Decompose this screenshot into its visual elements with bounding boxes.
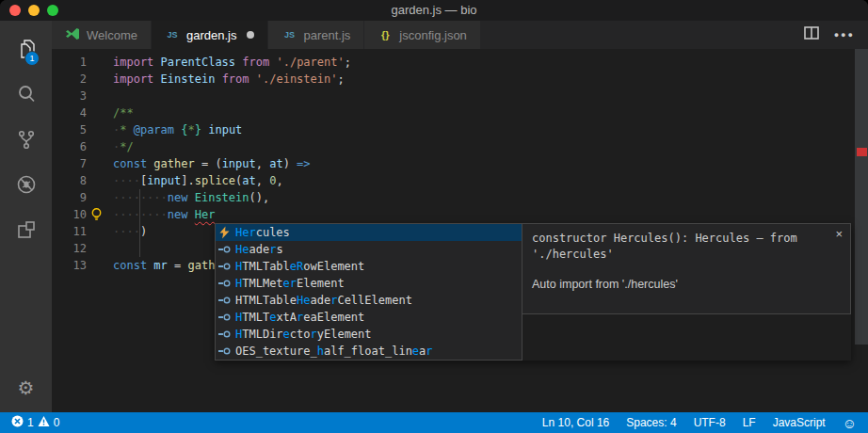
problems-errors[interactable]: 1 (11, 415, 34, 430)
sidebar-item-explorer[interactable]: 1 (0, 28, 52, 73)
json-icon: {} (378, 29, 393, 40)
suggest-item-label: Headers (235, 243, 283, 256)
constant-symbol-icon (217, 294, 232, 307)
code-line-6[interactable]: 6·*/ (52, 138, 868, 155)
sidebar-item-extensions[interactable] (0, 209, 52, 254)
suggest-item-Headers[interactable]: Headers (216, 241, 522, 258)
close-icon[interactable]: × (835, 227, 843, 241)
suggest-item-label: HTMLMeterElement (235, 277, 345, 290)
feedback-smiley-icon[interactable]: ☺ (843, 416, 857, 430)
cursor-position[interactable]: Ln 10, Col 16 (542, 416, 609, 429)
code-line-1[interactable]: 1import ParentClass from './parent'; (52, 54, 868, 71)
suggest-doc-signature: constructor Hercules(): Hercules — from … (532, 231, 828, 263)
encoding[interactable]: UTF-8 (694, 416, 726, 429)
split-editor-icon[interactable] (804, 26, 819, 43)
error-count: 1 (27, 416, 34, 429)
suggest-item-label: HTMLTextAreaElement (235, 311, 364, 324)
overview-ruler-error-mark (857, 148, 867, 156)
line-number: 12 (52, 240, 87, 257)
line-number: 1 (52, 54, 87, 71)
line-number: 7 (52, 155, 87, 172)
suggest-item-HTMLDirectoryElement[interactable]: HTMLDirectoryElement (216, 326, 522, 343)
line-number: 6 (52, 138, 87, 155)
extensions-icon (14, 217, 39, 246)
explorer-badge: 1 (24, 51, 40, 66)
suggest-item-label: HTMLTableRowElement (235, 260, 364, 273)
vscode-logo-icon (65, 26, 80, 43)
error-icon (11, 415, 24, 430)
suggest-item-OES_texture_half_float_linear[interactable]: OES_texture_half_float_linear (216, 343, 522, 360)
code-line-7[interactable]: 7const gather = (input, at) => (52, 155, 868, 172)
settings-gear-button[interactable]: ⚙ (0, 377, 52, 399)
window-title: garden.js — bio (391, 3, 476, 17)
close-window-button[interactable] (9, 5, 21, 16)
suggest-item-label: Hercules (235, 226, 290, 239)
line-number: 10 (52, 206, 87, 223)
warning-count: 0 (54, 416, 60, 429)
problems-warnings[interactable]: 0 (38, 415, 60, 430)
tab-parent-js[interactable]: JSparent.js (268, 21, 364, 49)
tab-jsconfig-json[interactable]: {}jsconfig.json (364, 21, 481, 49)
minimize-window-button[interactable] (28, 5, 40, 16)
suggest-doc-detail: Auto import from './hercules' (532, 278, 828, 291)
warning-icon (38, 415, 50, 430)
editor-scrollbar[interactable] (855, 49, 868, 345)
tab-garden-js[interactable]: JSgarden.js (152, 21, 268, 49)
zoom-window-button[interactable] (47, 5, 58, 16)
tab-label: Welcome (87, 28, 137, 42)
tab-label: parent.js (303, 28, 350, 42)
indentation[interactable]: Spaces: 4 (626, 416, 676, 429)
status-bar: 1 0 Ln 10, Col 16 Spaces: 4 UTF-8 LF Jav… (0, 412, 868, 433)
code-line-9[interactable]: 9········new Einstein(), (52, 189, 868, 206)
constant-symbol-icon (217, 328, 232, 341)
code-line-2[interactable]: 2import Einstein from './einstein'; (52, 71, 868, 88)
suggest-widget: HerculesHeadersHTMLTableRowElementHTMLMe… (215, 223, 851, 361)
suggest-item-label: HTMLDirectoryElement (235, 328, 372, 341)
line-number: 13 (52, 257, 87, 274)
constant-symbol-icon (217, 243, 232, 256)
sidebar-item-source-control[interactable] (0, 119, 52, 164)
line-number: 9 (52, 189, 87, 206)
code-line-4[interactable]: 4/** (52, 104, 868, 121)
suggest-item-HTMLTableHeaderCellElement[interactable]: HTMLTableHeaderCellElement (216, 292, 522, 309)
tab-label: jsconfig.json (399, 28, 467, 42)
eol-sequence[interactable]: LF (743, 416, 756, 429)
suggest-doc-panel: constructor Hercules(): Hercules — from … (522, 223, 851, 314)
git-branch-icon (14, 127, 39, 155)
gear-icon: ⚙ (18, 377, 35, 398)
activity-bar: 1 (0, 21, 52, 412)
more-actions-icon[interactable]: ●●● (834, 30, 855, 40)
code-line-10[interactable]: 10········new Her (52, 206, 868, 223)
code-line-5[interactable]: 5·* @param {*} input (52, 121, 868, 138)
line-number: 4 (52, 104, 87, 121)
line-number: 8 (52, 172, 87, 189)
js-icon: JS (281, 30, 297, 40)
tab-welcome[interactable]: Welcome (52, 21, 152, 49)
suggest-item-HTMLTextAreaElement[interactable]: HTMLTextAreaElement (216, 309, 522, 326)
line-number: 11 (52, 223, 87, 240)
suggest-item-HTMLMeterElement[interactable]: HTMLMeterElement (216, 275, 522, 292)
line-number: 2 (52, 71, 87, 88)
suggest-list: HerculesHeadersHTMLTableRowElementHTMLMe… (215, 223, 522, 361)
constant-symbol-icon (217, 260, 232, 273)
modified-dot-icon[interactable] (247, 31, 254, 39)
lightbulb-icon[interactable] (89, 207, 104, 225)
js-icon: JS (165, 30, 180, 40)
sidebar-item-search[interactable] (0, 73, 52, 119)
tab-bar: WelcomeJSgarden.jsJSparent.js{}jsconfig.… (52, 21, 868, 49)
traffic-lights (9, 5, 58, 16)
suggest-item-label: OES_texture_half_float_linear (235, 345, 433, 358)
indent-guide (139, 189, 140, 257)
suggest-item-Hercules[interactable]: Hercules (216, 224, 522, 241)
line-number: 5 (52, 121, 87, 138)
tab-label: garden.js (186, 28, 236, 42)
sidebar-item-debug[interactable] (0, 164, 52, 209)
language-mode[interactable]: JavaScript (773, 416, 826, 429)
suggest-item-label: HTMLTableHeaderCellElement (235, 294, 412, 307)
code-line-8[interactable]: 8····[input].splice(at, 0, (52, 172, 868, 189)
code-line-3[interactable]: 3 (52, 88, 868, 104)
suggest-item-HTMLTableRowElement[interactable]: HTMLTableRowElement (216, 258, 522, 275)
vscode-window: garden.js — bio 1 (0, 0, 868, 433)
editor-actions: ●●● (804, 21, 868, 49)
line-number: 3 (52, 88, 87, 104)
